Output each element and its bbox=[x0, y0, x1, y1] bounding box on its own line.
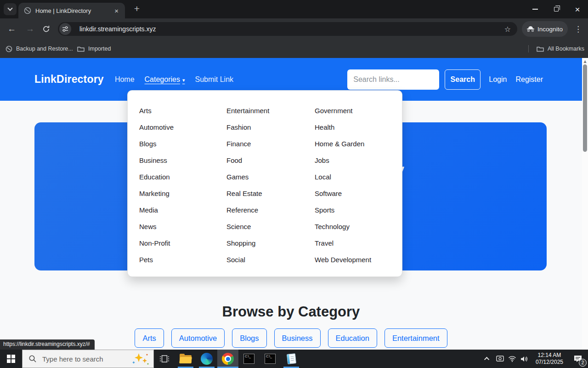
dropdown-item[interactable]: Pets bbox=[139, 252, 226, 268]
address-bar[interactable]: linkdir.streamingscripts.xyz ☆ bbox=[58, 22, 517, 36]
tray-expand-button[interactable] bbox=[481, 350, 494, 368]
tray-display-button[interactable] bbox=[494, 350, 506, 368]
dropdown-item[interactable]: Social bbox=[226, 252, 315, 268]
dropdown-column-1: Arts Automotive Blogs Business Education… bbox=[139, 103, 226, 276]
taskbar-notepad[interactable] bbox=[281, 350, 302, 368]
scrollbar[interactable]: ▲ bbox=[582, 58, 588, 350]
scroll-up-icon[interactable]: ▲ bbox=[582, 59, 588, 63]
search-input[interactable] bbox=[347, 69, 439, 90]
browser-toolbar: ← → linkdir.streamingscripts.xyz ☆ Incog bbox=[0, 18, 588, 40]
category-button-arts[interactable]: Arts bbox=[135, 328, 164, 348]
back-button[interactable]: ← bbox=[7, 24, 16, 34]
taskbar-search-placeholder: Type here to search bbox=[42, 355, 103, 363]
status-tooltip: https://linkdir.streamingscripts.xyz/# bbox=[0, 339, 95, 350]
dropdown-item[interactable]: Media bbox=[139, 202, 226, 218]
tray-volume-button[interactable] bbox=[518, 350, 531, 368]
bookmark-folder-label: Imported bbox=[88, 46, 111, 52]
tab-strip: Home | LinkDirectory × + × bbox=[0, 0, 588, 18]
nav-categories-link[interactable]: Categories▾ bbox=[140, 75, 190, 84]
category-button-entertainment[interactable]: Entertainment bbox=[384, 328, 447, 348]
category-button-education[interactable]: Education bbox=[328, 328, 377, 348]
forward-button[interactable]: → bbox=[26, 24, 34, 34]
dropdown-item[interactable]: Non-Profit bbox=[139, 235, 226, 252]
chevron-down-icon bbox=[7, 6, 12, 11]
browser-menu-button[interactable]: ⋮ bbox=[574, 24, 582, 34]
tab-title: Home | LinkDirectory bbox=[35, 7, 113, 14]
dropdown-item[interactable]: Automotive bbox=[139, 119, 226, 136]
dropdown-item[interactable]: Science bbox=[226, 218, 315, 235]
category-button-business[interactable]: Business bbox=[274, 328, 321, 348]
bookmark-star-icon[interactable]: ☆ bbox=[504, 25, 511, 34]
search-button[interactable]: Search bbox=[445, 69, 481, 90]
dropdown-item[interactable]: Real Estate bbox=[226, 185, 315, 202]
dropdown-item[interactable]: Health bbox=[315, 119, 402, 136]
dropdown-item[interactable]: Education bbox=[139, 169, 226, 185]
dropdown-item[interactable]: Home & Garden bbox=[315, 136, 402, 152]
minimize-button[interactable] bbox=[525, 0, 546, 18]
login-link[interactable]: Login bbox=[489, 75, 507, 84]
taskbar-edge[interactable] bbox=[196, 350, 217, 368]
dropdown-item[interactable]: Games bbox=[226, 169, 315, 185]
new-tab-button[interactable]: + bbox=[130, 2, 143, 15]
dropdown-item[interactable]: Arts bbox=[139, 103, 226, 119]
url-text[interactable]: linkdir.streamingscripts.xyz bbox=[79, 25, 504, 33]
dropdown-item[interactable]: Local bbox=[315, 169, 402, 185]
folder-icon bbox=[537, 46, 544, 52]
category-button-automotive[interactable]: Automotive bbox=[171, 328, 225, 348]
tab-close-icon[interactable]: × bbox=[113, 6, 120, 15]
dropdown-item[interactable]: Business bbox=[139, 152, 226, 169]
dropdown-item[interactable]: Blogs bbox=[139, 136, 226, 152]
bookmark-folder[interactable]: Imported bbox=[77, 40, 111, 58]
globe-icon bbox=[6, 46, 12, 52]
dropdown-item[interactable]: Web Development bbox=[315, 252, 402, 268]
dropdown-item[interactable]: Jobs bbox=[315, 152, 402, 169]
tray-wifi-button[interactable] bbox=[506, 350, 518, 368]
all-bookmarks-label: All Bookmarks bbox=[548, 46, 584, 52]
dropdown-item[interactable]: Fashion bbox=[226, 119, 315, 136]
dropdown-item[interactable]: Travel bbox=[315, 235, 402, 252]
nav-submit-link[interactable]: Submit Link bbox=[190, 75, 238, 84]
bookmarks-bar: Backup and Restore... Imported All Bookm… bbox=[0, 40, 588, 58]
tab-search-button[interactable] bbox=[4, 3, 17, 15]
taskbar-file-explorer[interactable] bbox=[175, 350, 196, 368]
browser-tab[interactable]: Home | LinkDirectory × bbox=[18, 3, 125, 18]
dropdown-item[interactable]: Marketing bbox=[139, 185, 226, 202]
site-logo[interactable]: LinkDirectory bbox=[34, 73, 104, 86]
reload-button[interactable] bbox=[42, 25, 50, 33]
browse-heading: Browse by Category bbox=[0, 304, 582, 320]
terminal-icon bbox=[265, 354, 276, 364]
dropdown-item[interactable]: Shopping bbox=[226, 235, 315, 252]
restore-button[interactable] bbox=[546, 0, 567, 18]
incognito-label: Incognito bbox=[537, 26, 563, 33]
dropdown-item[interactable]: Sports bbox=[315, 202, 402, 218]
tune-icon bbox=[62, 26, 68, 32]
category-button-blogs[interactable]: Blogs bbox=[232, 328, 266, 348]
task-view-button[interactable] bbox=[154, 350, 175, 368]
bookmark-item[interactable]: Backup and Restore... bbox=[6, 40, 73, 58]
dropdown-item[interactable]: News bbox=[139, 218, 226, 235]
system-tray: 12:14 AM 07/12/2025 2 bbox=[481, 350, 588, 368]
register-link[interactable]: Register bbox=[515, 75, 543, 84]
dropdown-item[interactable]: Reference bbox=[226, 202, 315, 218]
dropdown-item[interactable]: Entertainment bbox=[226, 103, 315, 119]
dropdown-item[interactable]: Technology bbox=[315, 218, 402, 235]
dropdown-item[interactable]: Software bbox=[315, 185, 402, 202]
taskbar-terminal-2[interactable] bbox=[260, 350, 281, 368]
taskbar-clock[interactable]: 12:14 AM 07/12/2025 bbox=[531, 350, 568, 368]
site-info-button[interactable] bbox=[59, 23, 71, 35]
action-center-button[interactable]: 2 bbox=[568, 350, 588, 368]
taskbar-search[interactable]: Type here to search bbox=[22, 350, 154, 368]
taskbar-terminal-1[interactable] bbox=[238, 350, 260, 368]
taskbar-chrome[interactable] bbox=[217, 350, 238, 368]
start-button[interactable] bbox=[0, 350, 22, 368]
dropdown-item[interactable]: Food bbox=[226, 152, 315, 169]
globe-favicon-icon bbox=[24, 7, 31, 14]
scrollbar-thumb[interactable] bbox=[583, 64, 587, 152]
categories-dropdown: Arts Automotive Blogs Business Education… bbox=[127, 90, 402, 277]
close-button[interactable]: × bbox=[567, 0, 588, 18]
nav-home-link[interactable]: Home bbox=[110, 75, 140, 84]
dropdown-item[interactable]: Finance bbox=[226, 136, 315, 152]
all-bookmarks-button[interactable]: All Bookmarks bbox=[537, 40, 584, 58]
dropdown-item[interactable]: Government bbox=[315, 103, 402, 119]
folder-icon bbox=[77, 46, 85, 52]
